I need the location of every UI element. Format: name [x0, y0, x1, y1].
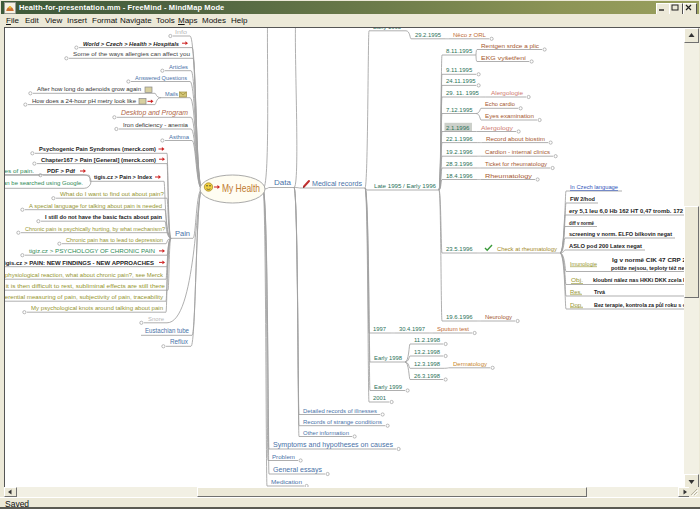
svg-text:Chapter167 > Pain [General] (: Chapter167 > Pain [General] (merck.com) [41, 157, 156, 163]
svg-text:ferential measuring of pain, s: ferential measuring of pain, subjectivit… [5, 294, 163, 300]
svg-text:Neurology: Neurology [485, 314, 512, 320]
svg-text:What do I want to find out abo: What do I want to find out about pain? [60, 191, 165, 197]
svg-text:Echo cardio: Echo cardio [485, 101, 516, 107]
svg-text:Medication: Medication [271, 479, 302, 485]
svg-text:1997: 1997 [373, 326, 387, 332]
svg-text:Alergologie: Alergologie [491, 90, 524, 96]
svg-text:Eustachian tube: Eustachian tube [145, 326, 189, 335]
svg-text:Mails: Mails [165, 91, 178, 97]
svg-text:19.2.1996: 19.2.1996 [446, 149, 473, 155]
svg-text:Info: Info [175, 29, 187, 35]
svg-text:Problem: Problem [272, 454, 295, 460]
svg-text:29. 11. 1995: 29. 11. 1995 [446, 90, 480, 96]
svg-text:9.11.1995: 9.11.1995 [446, 67, 473, 73]
svg-text:Desktop and Program: Desktop and Program [121, 109, 189, 117]
svg-text:Eyes examination: Eyes examination [485, 113, 534, 119]
svg-text:Obj.: Obj. [571, 277, 583, 283]
svg-text:World > Czech > Health > Hospi: World > Czech > Health > Hospitals [83, 41, 180, 47]
svg-text:In Czech language: In Czech language [570, 184, 619, 190]
svg-text:Snore: Snore [148, 316, 164, 322]
svg-text:Detailed records of illnesses: Detailed records of illnesses [303, 408, 377, 414]
svg-text:30.4.1997: 30.4.1997 [399, 326, 426, 332]
svg-text:ies of pain.: ies of pain. [5, 168, 34, 174]
svg-text:Cardion - internal clinics: Cardion - internal clinics [485, 149, 550, 155]
svg-text:11.2.1998: 11.2.1998 [414, 337, 441, 343]
svg-text:Iron deficiency - anemia: Iron deficiency - anemia [123, 122, 189, 128]
svg-text:26.3.1998: 26.3.1998 [414, 373, 441, 379]
svg-text:18.4.1996: 18.4.1996 [446, 173, 473, 179]
svg-text:Něco z ORL: Něco z ORL [453, 32, 487, 38]
svg-text:My Health: My Health [222, 182, 260, 194]
svg-text:22.1.1996: 22.1.1996 [446, 136, 473, 142]
svg-text:tigiz.cz > PSYCHOLOGY OF CHRON: tigiz.cz > PSYCHOLOGY OF CHRONIC PAIN [29, 248, 155, 254]
svg-text:Early 1998: Early 1998 [374, 355, 403, 361]
svg-text:diff v normě: diff v normě [569, 220, 594, 226]
svg-text:2001: 2001 [373, 395, 387, 401]
svg-text:General essays: General essays [273, 465, 322, 474]
svg-text:Other information: Other information [303, 430, 349, 436]
svg-text:Data: Data [274, 178, 292, 187]
svg-text:Imunologie: Imunologie [570, 261, 598, 267]
svg-text:I still do not have the basic: I still do not have the basic facts abou… [45, 214, 162, 220]
svg-text:ASLO pod 200 Latex negat: ASLO pod 200 Latex negat [569, 243, 642, 249]
svg-text:13.2.1998: 13.2.1998 [414, 349, 441, 355]
svg-text:Trvá: Trvá [594, 289, 606, 295]
svg-text:How does a 24-hour pH metry lo: How does a 24-hour pH metry look like [32, 98, 137, 104]
svg-text:ery 5,1 leu 6,0 Hb 162 HT 0,47: ery 5,1 leu 6,0 Hb 162 HT 0,47 tromb. 17… [569, 208, 684, 214]
svg-text:Reflux: Reflux [170, 337, 188, 346]
svg-text:Dermatology: Dermatology [453, 361, 487, 367]
svg-text:kloubní nález nas HKKi DKK zce: kloubní nález nas HKKi DKK zcela k [593, 277, 684, 283]
svg-text:Bez terapie, kontrola za půl r: Bez terapie, kontrola za půl roku s o [594, 302, 684, 308]
svg-text:7.12.1995: 7.12.1995 [446, 107, 473, 113]
svg-text:FW 2/hod: FW 2/hod [570, 196, 595, 202]
svg-text:Alergology: Alergology [481, 125, 513, 131]
svg-text:Check at rheumatology: Check at rheumatology [497, 246, 557, 252]
svg-text:Articles: Articles [169, 64, 188, 70]
svg-text:24.11.1995: 24.11.1995 [446, 78, 476, 84]
svg-text:29.2.1995: 29.2.1995 [415, 32, 442, 38]
svg-text:EKG vyšetření: EKG vyšetření [481, 55, 526, 61]
svg-text:Pain: Pain [175, 229, 190, 238]
svg-text:Medical records: Medical records [312, 180, 363, 187]
svg-text:Rheumatology: Rheumatology [485, 173, 532, 179]
svg-text:Rentgen srdce a plic: Rentgen srdce a plic [481, 43, 539, 49]
svg-text:tigis.cz > PAIN: NEW FINDINGS: tigis.cz > PAIN: NEW FINDINGS - NEW APPR… [5, 260, 154, 266]
svg-text:28.3.1996: 28.3.1996 [446, 161, 473, 167]
svg-text:19.6.1996: 19.6.1996 [446, 314, 473, 320]
svg-text:tigis.cz > Pain > Index: tigis.cz > Pain > Index [94, 174, 153, 180]
svg-text:My psychological knots around: My psychological knots around talking ab… [31, 305, 163, 311]
svg-text:Late 1995 / Early 1996: Late 1995 / Early 1996 [374, 183, 437, 189]
svg-text:Records of strange conditions: Records of strange conditions [303, 419, 382, 425]
svg-text:Psychogenic Pain Syndromes (me: Psychogenic Pain Syndromes (merck.com) [39, 146, 156, 152]
svg-text:A special language for talking: A special language for talking about pai… [29, 203, 162, 209]
svg-text:, it is then difficult to rest: , it is then difficult to rest, sublimin… [5, 283, 166, 289]
svg-text:Early 1995: Early 1995 [373, 28, 402, 30]
svg-text:Res.: Res. [570, 289, 582, 295]
svg-text:Chronic pain is psychically hu: Chronic pain is psychically hurting, by … [25, 226, 166, 232]
svg-text:Chronic pain has to lead to de: Chronic pain has to lead to depression [66, 237, 163, 243]
svg-text:Record about biostim: Record about biostim [486, 136, 545, 142]
svg-text:After how long do adenoids gro: After how long do adenoids grow again [37, 86, 141, 92]
svg-text:Ig v normě CIK 47 CRP 2: Ig v normě CIK 47 CRP 2 [612, 257, 684, 263]
svg-text:Symptoms and hypotheses on cau: Symptoms and hypotheses on causes [273, 440, 393, 449]
svg-text:Early 1999: Early 1999 [374, 384, 403, 390]
svg-text:Answered Questions: Answered Questions [135, 75, 187, 81]
svg-text:8.11.1995: 8.11.1995 [446, 48, 473, 54]
svg-text:an be searched using Google.: an be searched using Google. [5, 180, 83, 186]
svg-text:screening v norm. ELFO bílkovi: screening v norm. ELFO bílkovin negat [569, 231, 672, 237]
svg-text:12.3.1998: 12.3.1998 [414, 361, 441, 367]
svg-text:Sputum test: Sputum test [437, 326, 469, 332]
svg-text:potíže nejsou, teploty též ne.: potíže nejsou, teploty též ne. [611, 265, 684, 271]
svg-text:2.1.1996: 2.1.1996 [446, 125, 470, 131]
svg-text:PDF > Pdf: PDF > Pdf [47, 168, 76, 174]
svg-text:Dop.: Dop. [570, 302, 583, 308]
svg-text:Ticket for rheumatology: Ticket for rheumatology [485, 161, 547, 167]
svg-text:Asthma: Asthma [169, 134, 190, 140]
svg-text:23.5.1996: 23.5.1996 [446, 246, 473, 252]
svg-text:Some of the ways allergies can: Some of the ways allergies can affect yo… [73, 51, 190, 57]
svg-text:physiological reaction, what a: physiological reaction, what about chron… [5, 272, 164, 278]
